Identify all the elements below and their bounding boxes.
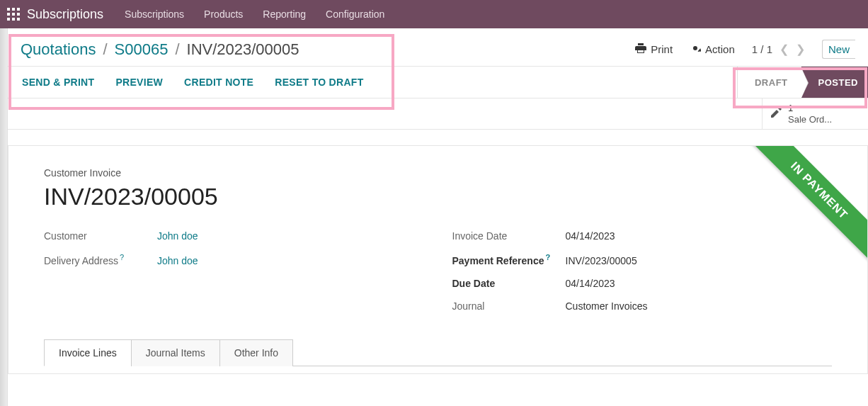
invoice-date-label: Invoice Date — [452, 230, 566, 242]
payment-ref-label: Payment Reference? — [452, 253, 566, 266]
app-title[interactable]: Subscriptions — [27, 7, 103, 22]
tabs: Invoice Lines Journal Items Other Info — [44, 339, 832, 366]
due-date-value: 04/14/2023 — [566, 278, 615, 289]
action-label: Action — [705, 43, 735, 55]
stat-row: 1 Sale Ord... — [8, 98, 868, 130]
left-actions: SEND & PRINT PREVIEW CREDIT NOTE RESET T… — [8, 77, 364, 88]
svg-rect-5 — [17, 13, 20, 16]
status-bar: DRAFT POSTED — [737, 67, 868, 98]
stat-count: 1 — [788, 103, 793, 113]
help-icon[interactable]: ? — [120, 253, 124, 261]
form-col-right: Invoice Date 04/14/2023 Payment Referenc… — [452, 225, 833, 317]
pager-next-icon[interactable]: ❯ — [796, 43, 805, 56]
pager-text: 1 / 1 — [752, 43, 772, 55]
journal-label: Journal — [452, 300, 566, 312]
apps-grid-icon[interactable] — [7, 8, 20, 21]
menu-configuration[interactable]: Configuration — [326, 9, 384, 20]
svg-rect-7 — [12, 18, 15, 21]
form-title: INV/2023/00005 — [44, 183, 832, 210]
sale-order-stat[interactable]: 1 Sale Ord... — [762, 98, 868, 129]
breadcrumb-current: INV/2023/00005 — [187, 40, 299, 59]
svg-rect-6 — [7, 18, 10, 21]
breadcrumb-mid[interactable]: S00065 — [115, 40, 169, 59]
content: Quotations / S00065 / INV/2023/00005 Pri… — [7, 28, 868, 406]
tab-invoice-lines[interactable]: Invoice Lines — [44, 339, 132, 366]
status-draft[interactable]: DRAFT — [737, 67, 801, 98]
form-area: IN PAYMENT Customer Invoice INV/2023/000… — [8, 145, 868, 374]
svg-rect-0 — [7, 8, 10, 11]
edit-icon — [770, 106, 782, 122]
print-button[interactable]: Print — [635, 43, 673, 55]
breadcrumb-sep: / — [175, 40, 179, 59]
left-gutter — [0, 28, 7, 406]
delivery-label-text: Delivery Address — [44, 255, 118, 266]
tab-other-info[interactable]: Other Info — [219, 339, 293, 366]
form-col-left: Customer John doe Delivery Address? John… — [44, 225, 424, 317]
breadcrumb: Quotations / S00065 / INV/2023/00005 — [21, 40, 299, 59]
actionbar: SEND & PRINT PREVIEW CREDIT NOTE RESET T… — [8, 66, 868, 98]
pager: 1 / 1 ❮ ❯ — [752, 43, 805, 56]
svg-rect-1 — [12, 8, 15, 11]
svg-rect-2 — [17, 8, 20, 11]
breadcrumb-sep: / — [103, 40, 107, 59]
customer-value[interactable]: John doe — [157, 230, 198, 242]
form-grid: Customer John doe Delivery Address? John… — [44, 225, 832, 317]
due-date-label: Due Date — [452, 278, 566, 289]
breadcrumb-row: Quotations / S00065 / INV/2023/00005 Pri… — [8, 28, 868, 66]
tab-journal-items[interactable]: Journal Items — [131, 339, 220, 366]
stat-label: Sale Ord... — [788, 114, 832, 125]
credit-note-button[interactable]: CREDIT NOTE — [184, 77, 253, 88]
print-label: Print — [651, 43, 673, 55]
gear-icon — [690, 43, 701, 56]
print-icon — [635, 43, 646, 55]
menu-subscriptions[interactable]: Subscriptions — [125, 9, 184, 20]
status-posted[interactable]: POSTED — [801, 67, 868, 98]
new-button[interactable]: New — [822, 40, 855, 59]
delivery-label: Delivery Address? — [44, 253, 157, 266]
payment-ref-value: INV/2023/00005 — [566, 255, 637, 266]
topbar: Subscriptions Subscriptions Products Rep… — [0, 0, 868, 28]
send-print-button[interactable]: SEND & PRINT — [22, 77, 94, 88]
right-controls: Print Action 1 / 1 ❮ ❯ New — [635, 40, 855, 59]
preview-button[interactable]: PREVIEW — [115, 77, 163, 88]
help-icon[interactable]: ? — [545, 253, 550, 261]
pager-prev-icon[interactable]: ❮ — [780, 43, 789, 56]
svg-rect-3 — [7, 13, 10, 16]
customer-label: Customer — [44, 230, 157, 242]
payment-ref-label-text: Payment Reference — [452, 255, 544, 266]
menu-reporting[interactable]: Reporting — [263, 9, 306, 20]
invoice-date-value: 04/14/2023 — [566, 230, 615, 242]
delivery-value[interactable]: John doe — [157, 255, 198, 266]
reset-draft-button[interactable]: RESET TO DRAFT — [275, 77, 363, 88]
svg-rect-8 — [17, 18, 20, 21]
action-button[interactable]: Action — [690, 43, 735, 56]
breadcrumb-root[interactable]: Quotations — [21, 40, 96, 59]
form-subtitle: Customer Invoice — [44, 167, 832, 179]
journal-value: Customer Invoices — [566, 300, 648, 312]
menu-products[interactable]: Products — [204, 9, 243, 20]
svg-rect-4 — [12, 13, 15, 16]
